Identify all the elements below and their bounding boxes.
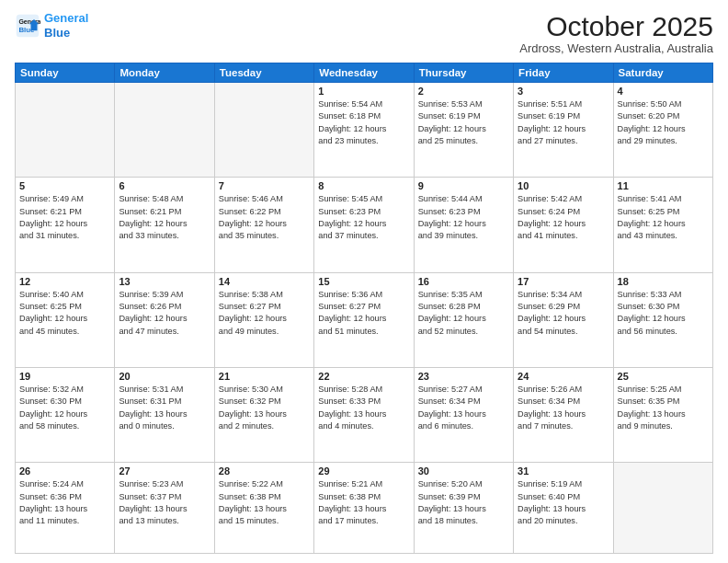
day-info: Sunrise: 5:25 AM Sunset: 6:35 PM Dayligh…	[618, 384, 709, 432]
day-info: Sunrise: 5:48 AM Sunset: 6:21 PM Dayligh…	[119, 193, 210, 242]
day-cell: 26Sunrise: 5:24 AM Sunset: 6:36 PM Dayli…	[16, 463, 115, 554]
day-cell: 30Sunrise: 5:20 AM Sunset: 6:39 PM Dayli…	[414, 463, 513, 554]
day-info: Sunrise: 5:41 AM Sunset: 6:25 PM Dayligh…	[618, 193, 709, 242]
day-info: Sunrise: 5:54 AM Sunset: 6:18 PM Dayligh…	[318, 98, 409, 147]
day-cell: 22Sunrise: 5:28 AM Sunset: 6:33 PM Dayli…	[314, 368, 414, 463]
day-info: Sunrise: 5:34 AM Sunset: 6:29 PM Dayligh…	[518, 289, 609, 338]
day-cell: 25Sunrise: 5:25 AM Sunset: 6:35 PM Dayli…	[613, 368, 712, 463]
title-block: October 2025 Ardross, Western Australia,…	[519, 11, 713, 55]
day-number: 19	[19, 371, 110, 382]
col-header-friday: Friday	[514, 63, 613, 83]
day-cell: 7Sunrise: 5:46 AM Sunset: 6:22 PM Daylig…	[214, 178, 313, 272]
day-cell: 14Sunrise: 5:38 AM Sunset: 6:27 PM Dayli…	[214, 272, 313, 367]
day-cell: 8Sunrise: 5:45 AM Sunset: 6:23 PM Daylig…	[314, 178, 414, 272]
day-number: 12	[19, 276, 110, 287]
day-info: Sunrise: 5:53 AM Sunset: 6:19 PM Dayligh…	[418, 98, 509, 147]
day-info: Sunrise: 5:50 AM Sunset: 6:20 PM Dayligh…	[618, 98, 709, 147]
day-cell: 20Sunrise: 5:31 AM Sunset: 6:31 PM Dayli…	[115, 368, 214, 463]
day-cell: 4Sunrise: 5:50 AM Sunset: 6:20 PM Daylig…	[613, 83, 712, 178]
day-number: 13	[119, 276, 210, 287]
day-info: Sunrise: 5:27 AM Sunset: 6:34 PM Dayligh…	[418, 384, 509, 432]
day-info: Sunrise: 5:24 AM Sunset: 6:36 PM Dayligh…	[19, 478, 110, 527]
location: Ardross, Western Australia, Australia	[519, 41, 713, 55]
day-info: Sunrise: 5:23 AM Sunset: 6:37 PM Dayligh…	[119, 478, 210, 527]
day-info: Sunrise: 5:30 AM Sunset: 6:32 PM Dayligh…	[219, 384, 310, 432]
day-number: 26	[19, 465, 110, 477]
logo: General Blue General Blue	[15, 11, 88, 40]
day-number: 11	[618, 180, 709, 191]
day-number: 3	[518, 86, 609, 97]
day-number: 10	[518, 180, 609, 191]
day-info: Sunrise: 5:26 AM Sunset: 6:34 PM Dayligh…	[518, 384, 609, 432]
col-header-sunday: Sunday	[16, 63, 115, 83]
day-info: Sunrise: 5:51 AM Sunset: 6:19 PM Dayligh…	[518, 98, 609, 147]
day-number: 7	[219, 180, 310, 191]
week-row-3: 19Sunrise: 5:32 AM Sunset: 6:30 PM Dayli…	[16, 368, 713, 463]
header-row: SundayMondayTuesdayWednesdayThursdayFrid…	[16, 63, 713, 83]
day-number: 31	[518, 465, 609, 477]
day-cell: 12Sunrise: 5:40 AM Sunset: 6:25 PM Dayli…	[16, 272, 115, 367]
week-row-0: 1Sunrise: 5:54 AM Sunset: 6:18 PM Daylig…	[16, 83, 713, 178]
day-cell: 28Sunrise: 5:22 AM Sunset: 6:38 PM Dayli…	[214, 463, 313, 554]
day-info: Sunrise: 5:35 AM Sunset: 6:28 PM Dayligh…	[418, 289, 509, 338]
day-number: 16	[418, 276, 509, 287]
day-info: Sunrise: 5:28 AM Sunset: 6:33 PM Dayligh…	[318, 384, 409, 432]
day-cell: 11Sunrise: 5:41 AM Sunset: 6:25 PM Dayli…	[613, 178, 712, 272]
day-info: Sunrise: 5:44 AM Sunset: 6:23 PM Dayligh…	[418, 193, 509, 242]
day-cell: 21Sunrise: 5:30 AM Sunset: 6:32 PM Dayli…	[214, 368, 313, 463]
day-number: 27	[119, 465, 210, 477]
day-cell: 19Sunrise: 5:32 AM Sunset: 6:30 PM Dayli…	[16, 368, 115, 463]
day-info: Sunrise: 5:32 AM Sunset: 6:30 PM Dayligh…	[19, 384, 110, 432]
day-info: Sunrise: 5:22 AM Sunset: 6:38 PM Dayligh…	[219, 478, 310, 527]
day-cell: 27Sunrise: 5:23 AM Sunset: 6:37 PM Dayli…	[115, 463, 214, 554]
day-info: Sunrise: 5:46 AM Sunset: 6:22 PM Dayligh…	[219, 193, 310, 242]
day-info: Sunrise: 5:49 AM Sunset: 6:21 PM Dayligh…	[19, 193, 110, 242]
day-number: 2	[418, 86, 509, 97]
col-header-monday: Monday	[115, 63, 214, 83]
day-number: 25	[618, 371, 709, 382]
day-cell: 29Sunrise: 5:21 AM Sunset: 6:38 PM Dayli…	[314, 463, 414, 554]
day-info: Sunrise: 5:45 AM Sunset: 6:23 PM Dayligh…	[318, 193, 409, 242]
day-number: 15	[318, 276, 409, 287]
week-row-1: 5Sunrise: 5:49 AM Sunset: 6:21 PM Daylig…	[16, 178, 713, 272]
day-cell: 17Sunrise: 5:34 AM Sunset: 6:29 PM Dayli…	[514, 272, 613, 367]
day-cell: 24Sunrise: 5:26 AM Sunset: 6:34 PM Dayli…	[514, 368, 613, 463]
day-number: 29	[318, 465, 409, 477]
day-cell: 15Sunrise: 5:36 AM Sunset: 6:27 PM Dayli…	[314, 272, 414, 367]
day-number: 1	[318, 86, 409, 97]
month-title: October 2025	[519, 11, 713, 41]
logo-line2: Blue	[44, 26, 70, 40]
day-cell: 3Sunrise: 5:51 AM Sunset: 6:19 PM Daylig…	[514, 83, 613, 178]
calendar-table: SundayMondayTuesdayWednesdayThursdayFrid…	[15, 63, 713, 554]
day-info: Sunrise: 5:40 AM Sunset: 6:25 PM Dayligh…	[19, 289, 110, 338]
day-cell: 23Sunrise: 5:27 AM Sunset: 6:34 PM Dayli…	[414, 368, 513, 463]
day-cell	[115, 83, 214, 178]
day-cell: 1Sunrise: 5:54 AM Sunset: 6:18 PM Daylig…	[314, 83, 414, 178]
day-number: 8	[318, 180, 409, 191]
day-cell: 13Sunrise: 5:39 AM Sunset: 6:26 PM Dayli…	[115, 272, 214, 367]
day-info: Sunrise: 5:31 AM Sunset: 6:31 PM Dayligh…	[119, 384, 210, 432]
logo-icon: General Blue	[15, 13, 40, 39]
day-info: Sunrise: 5:42 AM Sunset: 6:24 PM Dayligh…	[518, 193, 609, 242]
day-number: 5	[19, 180, 110, 191]
day-number: 9	[418, 180, 509, 191]
day-info: Sunrise: 5:39 AM Sunset: 6:26 PM Dayligh…	[119, 289, 210, 338]
day-cell: 18Sunrise: 5:33 AM Sunset: 6:30 PM Dayli…	[613, 272, 712, 367]
day-info: Sunrise: 5:38 AM Sunset: 6:27 PM Dayligh…	[219, 289, 310, 338]
col-header-saturday: Saturday	[613, 63, 712, 83]
day-cell	[613, 463, 712, 554]
day-number: 22	[318, 371, 409, 382]
day-info: Sunrise: 5:33 AM Sunset: 6:30 PM Dayligh…	[618, 289, 709, 338]
page: General Blue General Blue October 2025 A…	[0, 0, 728, 563]
day-info: Sunrise: 5:19 AM Sunset: 6:40 PM Dayligh…	[518, 478, 609, 527]
week-row-2: 12Sunrise: 5:40 AM Sunset: 6:25 PM Dayli…	[16, 272, 713, 367]
day-cell: 5Sunrise: 5:49 AM Sunset: 6:21 PM Daylig…	[16, 178, 115, 272]
day-number: 28	[219, 465, 310, 477]
day-info: Sunrise: 5:20 AM Sunset: 6:39 PM Dayligh…	[418, 478, 509, 527]
logo-line1: General	[44, 11, 88, 25]
day-cell	[214, 83, 313, 178]
day-number: 30	[418, 465, 509, 477]
day-info: Sunrise: 5:21 AM Sunset: 6:38 PM Dayligh…	[318, 478, 409, 527]
day-number: 14	[219, 276, 310, 287]
day-number: 21	[219, 371, 310, 382]
